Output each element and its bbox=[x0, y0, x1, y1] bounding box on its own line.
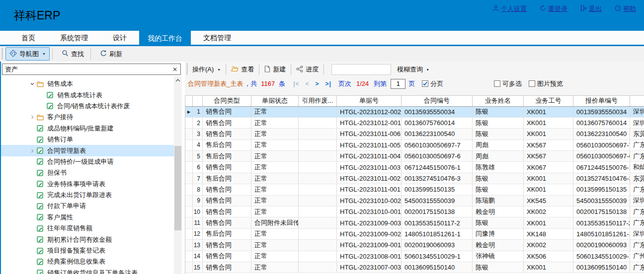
tree-item-6[interactable]: 合同管理新表 bbox=[1, 145, 174, 156]
tree-item-5[interactable]: 销售订单 bbox=[1, 134, 174, 145]
tree-item-label: 合同管理新表 bbox=[47, 146, 86, 155]
tree-item-12[interactable]: 客户属性 bbox=[1, 212, 174, 223]
table-cell: 周彪 bbox=[473, 151, 524, 161]
actions-menu-button[interactable]: 操作(A) ▼ bbox=[190, 65, 223, 74]
table-row-5[interactable]: 5售后合同正常HTGL-20231011-00405601030050697-6… bbox=[185, 151, 644, 162]
tab-0[interactable]: 首页 bbox=[9, 31, 48, 45]
topbar-link-1[interactable]: 重登录 bbox=[540, 4, 567, 13]
table-cell: XK001 bbox=[524, 107, 573, 117]
table-row-8[interactable]: 8销售合同正常HTGL-20231011-00100135995150135陈银… bbox=[185, 184, 644, 195]
toolbar-grip[interactable] bbox=[186, 64, 188, 75]
table-row-12[interactable]: 12售后合同正常HTGL-20231009-00214805101851261-… bbox=[185, 229, 644, 240]
column-header[interactable] bbox=[630, 96, 644, 106]
table-row-7[interactable]: 7售后合同正常HTGL-20231011-00200135274510476-3… bbox=[185, 173, 644, 184]
table-row-6[interactable]: 6销售合同正常HTGL-20231011-00306712445150076-1… bbox=[185, 162, 644, 173]
tree-item-1[interactable]: 销售成本统计表 bbox=[1, 89, 174, 100]
chevron-down-icon[interactable] bbox=[28, 81, 37, 86]
sidebar-search-box: ✕ bbox=[2, 64, 181, 75]
clear-search-icon[interactable]: ✕ bbox=[169, 66, 180, 73]
table-cell: 正常 bbox=[251, 206, 299, 217]
nav-button-2[interactable]: 刷新 bbox=[96, 47, 126, 61]
view-button[interactable]: 查看 bbox=[229, 65, 256, 74]
nav-button-1[interactable]: 查找 bbox=[58, 47, 88, 61]
column-header[interactable]: 单据号 bbox=[337, 96, 402, 106]
table-cell: 正常 bbox=[251, 229, 299, 239]
tree-item-13[interactable]: 往年年度销售额 bbox=[1, 223, 174, 234]
tree-item-9[interactable]: 业务特殊事项申请表 bbox=[1, 179, 174, 190]
topbar-link-label: 帮助 bbox=[623, 4, 636, 13]
doc-icon bbox=[37, 170, 46, 176]
tree-item-2[interactable]: 合同/销售成本统计表作废 bbox=[1, 101, 174, 112]
first-page-button[interactable]: |< bbox=[293, 80, 299, 87]
tree-scrollbar[interactable] bbox=[174, 76, 182, 274]
row-number: 2 bbox=[193, 118, 203, 128]
scroll-up-icon[interactable] bbox=[174, 76, 182, 84]
table-cell: XK567 bbox=[524, 151, 573, 161]
tree-item-15[interactable]: 项目报备预案登记表 bbox=[1, 245, 174, 256]
sidebar-search-input[interactable] bbox=[2, 66, 169, 73]
table-row-13[interactable]: 13销售合同正常HTGL-20231009-00100200190060093赖… bbox=[185, 240, 644, 251]
tree-item-17[interactable]: 销售订单收货信息及下单备注表 bbox=[1, 268, 174, 274]
multiselect-checkbox[interactable] bbox=[494, 80, 500, 87]
table-row-4[interactable]: 4售后合同正常HTGL-20231011-00505601030050697-7… bbox=[185, 140, 644, 151]
nav-tree: 销售成本销售成本统计表合同/销售成本统计表作废客户接待成品物料编码/批量新建销售… bbox=[1, 76, 174, 274]
fuzzy-query-dropdown[interactable]: 模糊查询 bbox=[397, 65, 423, 74]
topbar-link-2[interactable]: 退出 bbox=[580, 4, 602, 13]
table-row-11[interactable]: 11销售合同合同附件未回传HTGL-20231009-0030013553515… bbox=[185, 217, 644, 228]
progress-button[interactable]: 进度 bbox=[294, 65, 321, 74]
goto-page-input[interactable] bbox=[391, 79, 405, 89]
topbar-link-3[interactable]: ?帮助 bbox=[615, 4, 636, 13]
tab-1[interactable]: 系统管理 bbox=[48, 31, 100, 45]
table-row-15[interactable]: 15销售合同正常HTGL-20231007-00300136095150140陈… bbox=[185, 262, 644, 273]
table-cell: 正常 bbox=[251, 162, 299, 172]
tree-item-3[interactable]: 客户接待 bbox=[1, 112, 174, 123]
tree-item-0[interactable]: 销售成本 bbox=[1, 78, 174, 89]
chevron-right-icon[interactable] bbox=[28, 115, 37, 120]
column-header[interactable]: 合同类型 bbox=[203, 96, 251, 106]
column-header[interactable] bbox=[193, 96, 203, 106]
last-page-button[interactable]: >| bbox=[325, 80, 331, 87]
column-header[interactable]: 报价单编号 bbox=[573, 96, 630, 106]
tree-item-4[interactable]: 成品物料编码/批量新建 bbox=[1, 123, 174, 134]
fuzzy-search-input[interactable] bbox=[331, 64, 391, 75]
column-header[interactable]: 业务姓名 bbox=[473, 96, 524, 106]
topbar-link-0[interactable]: 个人设置 bbox=[492, 4, 527, 13]
table-row-2[interactable]: 2销售合同正常HTGL-20231012-00100136075760014陈银… bbox=[185, 118, 644, 129]
column-header[interactable]: 单据状态 bbox=[251, 96, 299, 106]
tree-item-10[interactable]: 完成未出货订单跟进表 bbox=[1, 190, 174, 201]
tree-item-8[interactable]: 担保书 bbox=[1, 167, 174, 178]
table-cell: 正常 bbox=[251, 173, 299, 184]
column-header[interactable]: 业务工号 bbox=[524, 96, 573, 106]
prev-page-button[interactable]: < bbox=[306, 80, 310, 87]
column-header[interactable]: 合同编号 bbox=[402, 96, 473, 106]
column-header[interactable]: 引用作废... bbox=[299, 96, 337, 106]
table-row-14[interactable]: 14销售合同正常HTGL-20231008-00150601345510029-… bbox=[185, 251, 644, 262]
table-cell bbox=[299, 151, 337, 161]
table-cell: XK567 bbox=[524, 140, 573, 150]
tree-item-14[interactable]: 期初累计合同有效金额 bbox=[1, 234, 174, 245]
table-cell: 正常 bbox=[251, 184, 299, 195]
nav-button-0[interactable]: 导航图▼ bbox=[5, 47, 50, 61]
next-page-button[interactable]: > bbox=[316, 80, 320, 87]
image-preview-checkbox[interactable] bbox=[529, 80, 535, 87]
table-cell: 陈银 bbox=[473, 262, 524, 273]
table-row-1[interactable]: ▶1销售合同正常HTGL-20231012-00200135935550034陈… bbox=[185, 107, 644, 118]
tab-3[interactable]: 我的工作台 bbox=[139, 31, 191, 46]
table-row-3[interactable]: 3销售合同正常HTGL-20231011-00600136223100540陈银… bbox=[185, 129, 644, 139]
chevron-right-icon[interactable] bbox=[28, 148, 37, 153]
table-row-10[interactable]: 10销售合同正常HTGL-20231010-00100200175150138赖… bbox=[185, 206, 644, 217]
table-cell: 14805101851261-1 bbox=[402, 229, 473, 239]
tree-item-7[interactable]: 合同特价/一级提成申请 bbox=[1, 156, 174, 167]
column-header[interactable] bbox=[185, 96, 193, 106]
tree-item-label: 销售订单 bbox=[47, 135, 73, 144]
table-cell: 销售合同 bbox=[203, 262, 251, 273]
scrollbar-thumb[interactable] bbox=[174, 146, 181, 230]
tab-2[interactable]: 设计 bbox=[100, 31, 139, 45]
tab-4[interactable]: 文档管理 bbox=[191, 31, 243, 45]
tree-item-11[interactable]: 付款下单申请 bbox=[1, 201, 174, 211]
new-button[interactable]: 新建 bbox=[262, 65, 288, 74]
tree-item-16[interactable]: 经典案例信息收集表 bbox=[1, 256, 174, 267]
paging-checkbox[interactable] bbox=[422, 80, 428, 87]
table-row-9[interactable]: 9销售合同正常HTGL-20231010-00254500315550039陈瑞… bbox=[185, 196, 644, 206]
table-cell: HTGL-20231010-001 bbox=[337, 206, 402, 217]
